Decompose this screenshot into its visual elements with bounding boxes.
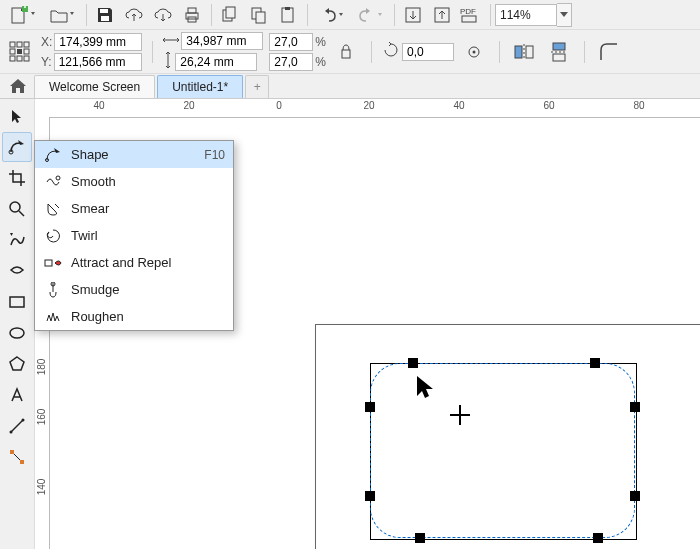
handle-tr[interactable] xyxy=(590,358,600,368)
y-label: Y: xyxy=(41,55,52,69)
undo-button[interactable] xyxy=(312,1,350,29)
handle-mr[interactable] xyxy=(630,402,640,412)
twirl-icon xyxy=(43,228,63,244)
rounded-preview xyxy=(370,363,635,538)
crosshair-icon xyxy=(450,405,470,428)
handle-ml[interactable] xyxy=(365,402,375,412)
new-doc-button[interactable] xyxy=(4,1,42,29)
svg-rect-12 xyxy=(285,7,290,10)
svg-point-28 xyxy=(473,50,476,53)
svg-rect-32 xyxy=(553,43,565,50)
center-rotation-button[interactable] xyxy=(460,38,488,66)
svg-rect-33 xyxy=(553,54,565,61)
svg-rect-29 xyxy=(515,46,522,58)
shape-tool[interactable] xyxy=(2,132,32,162)
flyout-smear[interactable]: Smear xyxy=(35,195,233,222)
flyout-smooth[interactable]: Smooth xyxy=(35,168,233,195)
y-input[interactable] xyxy=(54,53,142,71)
svg-rect-16 xyxy=(462,16,476,22)
flyout-twirl[interactable]: Twirl xyxy=(35,222,233,249)
smear-icon xyxy=(43,201,63,217)
property-bar: X: Y: % % xyxy=(0,30,700,74)
svg-rect-20 xyxy=(10,49,15,54)
rotation-input[interactable] xyxy=(402,43,454,61)
import-button[interactable] xyxy=(399,1,427,29)
height-input[interactable] xyxy=(175,53,257,71)
pdf-button[interactable]: PDF xyxy=(457,1,485,29)
cloud-down-button[interactable] xyxy=(149,1,177,29)
artistic-media-tool[interactable] xyxy=(2,256,32,286)
dimension-tool[interactable] xyxy=(2,411,32,441)
smooth-icon xyxy=(43,174,63,190)
x-input[interactable] xyxy=(54,33,142,51)
mirror-h-button[interactable] xyxy=(510,38,538,66)
ruler-origin[interactable] xyxy=(35,99,50,118)
zoom-dropdown[interactable] xyxy=(557,3,572,27)
freehand-tool[interactable] xyxy=(2,225,32,255)
polygon-tool[interactable] xyxy=(2,349,32,379)
handle-ml2[interactable] xyxy=(365,491,375,501)
svg-point-41 xyxy=(10,431,13,434)
pick-tool[interactable] xyxy=(2,101,32,131)
save-button[interactable] xyxy=(91,1,119,29)
cursor-icon xyxy=(415,374,437,403)
svg-rect-24 xyxy=(17,56,22,61)
open-button[interactable] xyxy=(43,1,81,29)
print-button[interactable] xyxy=(178,1,206,29)
svg-rect-44 xyxy=(20,460,24,464)
zoom-tool[interactable] xyxy=(2,194,32,224)
svg-point-49 xyxy=(56,176,60,180)
shape-icon xyxy=(43,147,63,163)
object-origin-button[interactable] xyxy=(6,38,34,66)
handle-br[interactable] xyxy=(593,533,603,543)
svg-rect-8 xyxy=(226,7,235,18)
export-button[interactable] xyxy=(428,1,456,29)
flyout-smudge[interactable]: Smudge xyxy=(35,276,233,303)
roughen-icon xyxy=(43,309,63,325)
svg-rect-23 xyxy=(10,56,15,61)
toolbox xyxy=(0,99,35,549)
height-icon xyxy=(163,52,173,71)
handle-bl[interactable] xyxy=(415,533,425,543)
flyout-shape[interactable]: Shape F10 xyxy=(35,141,233,168)
svg-rect-21 xyxy=(17,49,22,54)
svg-line-45 xyxy=(14,454,20,460)
crop-tool[interactable] xyxy=(2,163,32,193)
svg-rect-22 xyxy=(24,49,29,54)
tab-add[interactable]: + xyxy=(245,75,269,98)
svg-rect-2 xyxy=(100,9,108,13)
svg-rect-3 xyxy=(101,16,109,21)
svg-rect-10 xyxy=(256,12,265,23)
text-tool[interactable] xyxy=(2,380,32,410)
lock-ratio-button[interactable] xyxy=(332,38,360,66)
width-input[interactable] xyxy=(181,32,263,50)
home-button[interactable] xyxy=(6,76,30,96)
rectangle-tool[interactable] xyxy=(2,287,32,317)
flyout-roughen[interactable]: Roughen xyxy=(35,303,233,330)
handle-tl[interactable] xyxy=(408,358,418,368)
svg-line-40 xyxy=(11,420,23,432)
svg-line-37 xyxy=(19,211,24,216)
handle-mr2[interactable] xyxy=(630,491,640,501)
tab-welcome[interactable]: Welcome Screen xyxy=(34,75,155,98)
svg-point-36 xyxy=(10,202,20,212)
rounded-corner-button[interactable] xyxy=(595,38,623,66)
redo-button[interactable] xyxy=(351,1,389,29)
ruler-horizontal[interactable]: 40 20 0 20 40 60 80 100 xyxy=(49,99,700,118)
doc-tabs: Welcome Screen Untitled-1* + xyxy=(0,74,700,99)
tab-untitled[interactable]: Untitled-1* xyxy=(157,75,243,98)
scale-y-input[interactable] xyxy=(269,53,313,71)
mirror-v-button[interactable] xyxy=(545,38,573,66)
ellipse-tool[interactable] xyxy=(2,318,32,348)
flyout-attract-repel[interactable]: Attract and Repel xyxy=(35,249,233,276)
svg-rect-30 xyxy=(526,46,533,58)
scale-x-input[interactable] xyxy=(269,33,313,51)
paste-button[interactable] xyxy=(245,1,273,29)
shape-tool-flyout: Shape F10 Smooth Smear Twirl Attract and… xyxy=(34,140,234,331)
clipboard-button[interactable] xyxy=(274,1,302,29)
copy-button[interactable] xyxy=(216,1,244,29)
svg-rect-43 xyxy=(10,450,14,454)
cloud-up-button[interactable] xyxy=(120,1,148,29)
connector-tool[interactable] xyxy=(2,442,32,472)
zoom-input[interactable]: 114% xyxy=(495,4,557,26)
